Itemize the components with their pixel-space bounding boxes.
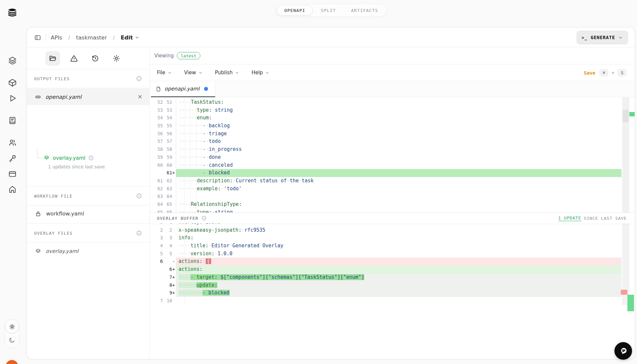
code-line[interactable]: 44····title:·Editor·Generated·Overlay	[150, 242, 621, 250]
breadcrumb-project[interactable]: taskmaster	[76, 34, 107, 41]
breadcrumb: APIs / taskmaster / Edit	[34, 28, 139, 47]
chat-fab-button[interactable]	[614, 342, 632, 360]
code-line[interactable]: 6566······type:·string	[150, 209, 621, 212]
key-icon[interactable]	[8, 154, 17, 163]
card-header: APIs / taskmaster / Edit >_ GENERATE	[27, 28, 635, 47]
code-line[interactable]: 9+········-·blocked	[150, 289, 621, 297]
tab-artifacts[interactable]: ARTIFACTS	[344, 6, 385, 15]
code-line[interactable]: 5757········-·todo	[150, 138, 621, 146]
menu-help[interactable]: Help	[251, 70, 269, 76]
file-name: overlay.yaml	[53, 155, 85, 161]
update-count-link[interactable]: 1 UPDATE	[558, 215, 581, 221]
breadcrumb-separator: /	[111, 34, 116, 41]
sidebar-toggle-icon[interactable]	[34, 34, 41, 41]
code-line[interactable]: 5959········-·done	[150, 153, 621, 161]
close-icon[interactable]	[137, 94, 143, 99]
link-icon	[35, 94, 41, 100]
code-line[interactable]: 8+······update:	[150, 281, 621, 289]
code-line[interactable]: 6364	[150, 193, 621, 201]
cmd-keycap: ⌘	[599, 69, 608, 77]
file-row-overlay[interactable]: overlay.yaml	[27, 243, 149, 260]
code-line[interactable]: 33info:	[150, 234, 621, 242]
play-icon[interactable]	[8, 94, 17, 103]
code-line[interactable]: 5555········-·backlog	[150, 122, 621, 130]
settings-tool-button[interactable]	[109, 51, 124, 66]
editor-area: Viewing latest File View Publish Help Sa…	[150, 47, 635, 359]
overlay-editor[interactable]: 11overlay:·1.0.022x-speakeasy-jsonpath:·…	[150, 223, 621, 306]
menu-publish[interactable]: Publish	[215, 70, 239, 76]
openapi-editor[interactable]: 5252····TaskStatus:5353······type:·strin…	[150, 97, 621, 212]
info-icon[interactable]	[136, 230, 142, 236]
lock-icon	[35, 211, 41, 217]
info-icon[interactable]	[201, 215, 207, 221]
code-line[interactable]: 5454······enum:	[150, 114, 621, 122]
layers-icon[interactable]	[8, 56, 17, 65]
unsaved-changes-dot	[204, 87, 208, 91]
history-tool-button[interactable]	[88, 51, 103, 66]
code-line[interactable]: 22x-speakeasy-jsonpath:·rfc9535	[150, 226, 621, 234]
package-icon[interactable]	[8, 78, 17, 87]
code-line[interactable]: 5858········-·in_progress	[150, 146, 621, 153]
tab-split[interactable]: SPLIT	[314, 6, 343, 15]
code-line[interactable]: 5252····TaskStatus:	[150, 98, 621, 106]
save-button[interactable]: Save	[584, 70, 596, 76]
file-icon	[156, 86, 161, 92]
file-name: overlay.yaml	[46, 248, 78, 254]
editor-menubar: File View Publish Help	[150, 64, 635, 81]
code-line[interactable]: 5353······type:·string	[150, 106, 621, 114]
dark-mode-button[interactable]	[8, 336, 16, 344]
overlay-buffer-header: OVERLAY BUFFER 1 UPDATE SINCE LAST SAVE	[150, 212, 635, 223]
code-line[interactable]: 5656········-·triage	[150, 130, 621, 138]
menu-file[interactable]: File	[157, 70, 172, 76]
code-line[interactable]: 6-actions:·[]	[150, 258, 621, 266]
file-row-workflow[interactable]: workflow.yaml	[27, 206, 149, 222]
info-icon[interactable]	[136, 76, 142, 82]
s-keycap: S	[617, 69, 627, 77]
updates-note: 1 updates since last save	[48, 164, 105, 169]
code-line[interactable]: 6263······example:·'todo'	[150, 185, 621, 193]
light-mode-button[interactable]	[6, 320, 18, 333]
file-row-openapi[interactable]: openapi.yaml	[27, 89, 149, 105]
editor-tabstrip: openapi.yaml	[150, 81, 635, 97]
file-row-overlay-child[interactable]: overlay.yaml	[27, 152, 149, 164]
home-icon[interactable]	[8, 185, 17, 194]
diff-del-marker	[621, 290, 627, 295]
files-tool-button[interactable]	[45, 51, 60, 66]
file-explorer-panel: OUTPUT FILES openapi.yaml overlay.yaml	[27, 47, 150, 359]
menu-view[interactable]: View	[184, 70, 202, 76]
info-icon[interactable]	[88, 155, 94, 161]
card-icon[interactable]	[8, 169, 17, 178]
generate-button[interactable]: >_ GENERATE	[577, 31, 628, 44]
breadcrumb-edit-dropdown[interactable]: Edit	[121, 34, 139, 41]
overlay-buffer-title: OVERLAY BUFFER	[157, 216, 198, 221]
code-line[interactable]: 55····version:·1.0.0	[150, 250, 621, 258]
code-line[interactable]: 6162······description:·Current·status·of…	[150, 177, 621, 185]
breadcrumb-separator: /	[67, 34, 72, 41]
breadcrumb-apis[interactable]: APIs	[51, 34, 62, 41]
workspace-card: APIs / taskmaster / Edit >_ GENERATE	[27, 27, 635, 359]
code-line[interactable]: 6060········-·canceled	[150, 161, 621, 169]
diff-add-marker	[629, 112, 635, 116]
warnings-tool-button[interactable]	[67, 51, 81, 66]
chevron-down-icon	[618, 35, 622, 39]
book-icon[interactable]	[8, 116, 17, 125]
top-bar: OPENAPI SPLIT ARTIFACTS	[0, 0, 637, 20]
code-line[interactable]: 710	[150, 297, 621, 305]
code-line[interactable]: 61+········-·blocked	[150, 169, 621, 177]
code-line[interactable]: 11overlay:·1.0.0	[150, 223, 621, 226]
info-icon[interactable]	[136, 193, 142, 199]
breadcrumb-divider	[46, 34, 46, 41]
tab-openapi-yaml[interactable]: openapi.yaml	[151, 81, 215, 97]
tab-openapi[interactable]: OPENAPI	[277, 5, 313, 16]
scrollbar-thumb[interactable]	[623, 110, 629, 122]
code-line[interactable]: 7+····-·target:·$["components"]["schemas…	[150, 273, 621, 281]
code-line[interactable]: 6465····RelationshipType:	[150, 201, 621, 209]
code-line[interactable]: 6+actions:	[150, 266, 621, 273]
diff-add-marker	[627, 295, 634, 311]
users-icon[interactable]	[8, 138, 17, 147]
overlay-layers-icon	[43, 155, 50, 161]
user-avatar[interactable]: N	[6, 360, 18, 364]
terminal-icon: >_	[582, 35, 587, 40]
speakeasy-logo-icon[interactable]	[6, 7, 19, 19]
version-badge[interactable]: latest	[177, 52, 200, 59]
